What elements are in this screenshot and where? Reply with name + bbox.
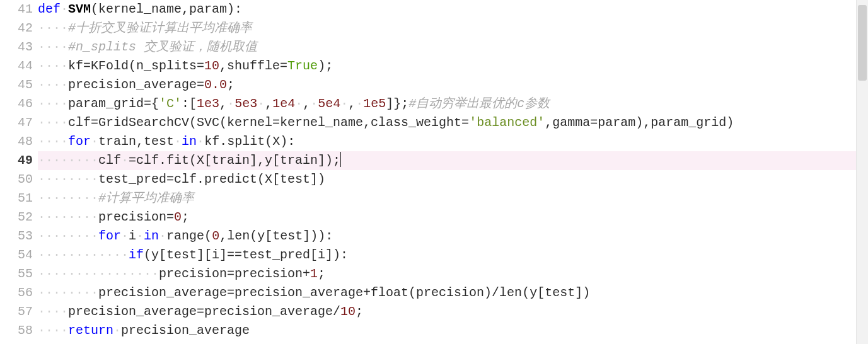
code-content[interactable]: ····#十折交叉验证计算出平均准确率 xyxy=(38,19,868,38)
code-token: · xyxy=(113,323,121,338)
code-content[interactable]: ····#n_splits 交叉验证，随机取值 xyxy=(38,38,868,57)
code-line[interactable]: 43····#n_splits 交叉验证，随机取值 xyxy=(0,38,868,57)
code-token: · xyxy=(310,96,318,111)
code-token: ········ xyxy=(38,191,98,205)
code-content[interactable]: ····for·train,test·in·kf.split(X): xyxy=(38,132,868,151)
code-token: , xyxy=(348,96,356,111)
code-token: (kernel_name,param): xyxy=(91,2,242,16)
code-content[interactable]: def·SVM(kernel_name,param): xyxy=(38,0,868,19)
code-token: ···· xyxy=(38,323,68,338)
code-content[interactable]: ····kf=KFold(n_splits=10,shuffle=True); xyxy=(38,57,868,76)
code-token: precision_average= xyxy=(68,77,204,92)
code-line[interactable]: 51········#计算平均准确率 xyxy=(0,189,868,208)
code-line[interactable]: 58····return·precision_average xyxy=(0,321,868,340)
line-number: 41 xyxy=(0,0,38,19)
code-token: SVM xyxy=(68,2,91,16)
code-line[interactable]: 55················precision=precision+1; xyxy=(0,265,868,284)
code-token: kf.split(X): xyxy=(204,134,295,149)
code-token: precision_average=precision_average/ xyxy=(68,304,340,319)
code-token: #自动穷举出最优的c参数 xyxy=(408,96,550,111)
code-token: ,len(y[test])): xyxy=(219,229,333,243)
line-number: 51 xyxy=(0,189,38,208)
code-content[interactable]: ················precision=precision+1; xyxy=(38,265,868,284)
code-token: · xyxy=(227,96,234,111)
code-line[interactable]: 41def·SVM(kernel_name,param): xyxy=(0,0,868,19)
code-token: · xyxy=(197,134,204,149)
code-token: clf xyxy=(98,153,121,168)
scrollbar-thumb[interactable] xyxy=(858,5,867,81)
line-number: 55 xyxy=(0,265,38,284)
code-line[interactable]: 49········clf·=clf.fit(X[train],y[train]… xyxy=(0,151,868,170)
code-token: i xyxy=(129,229,136,243)
code-token: test_pred=clf.predict(X[test]) xyxy=(98,172,325,186)
code-token: for xyxy=(68,134,91,149)
line-number: 50 xyxy=(0,170,38,189)
code-token: , xyxy=(265,96,272,111)
code-token: ]}; xyxy=(386,96,408,111)
code-token: 1e3 xyxy=(197,96,219,111)
code-line[interactable]: 54············if(y[test][i]==test_pred[i… xyxy=(0,246,868,265)
line-number: 57 xyxy=(0,302,38,321)
code-editor[interactable]: 41def·SVM(kernel_name,param):42····#十折交叉… xyxy=(0,0,868,344)
code-token: , xyxy=(219,96,227,111)
code-token: ···· xyxy=(38,21,68,35)
code-content[interactable]: ········precision_average=precision_aver… xyxy=(38,284,868,302)
code-line[interactable]: 52········precision=0; xyxy=(0,208,868,227)
code-token: ········ xyxy=(38,172,98,186)
code-token: 'balanced' xyxy=(469,115,545,130)
code-token: 1e4 xyxy=(272,96,295,111)
code-content[interactable]: ····precision_average=precision_average/… xyxy=(38,302,868,321)
code-token: ········ xyxy=(38,285,98,300)
code-line[interactable]: 42····#十折交叉验证计算出平均准确率 xyxy=(0,19,868,38)
code-token: · xyxy=(61,2,68,16)
code-content[interactable]: ····param_grid={'C':[1e3,·5e3·,1e4·,·5e4… xyxy=(38,95,868,113)
code-token: #n_splits 交叉验证，随机取值 xyxy=(68,40,257,54)
code-token: · xyxy=(340,96,348,111)
code-content[interactable]: ········clf·=clf.fit(X[train],y[train]); xyxy=(38,151,868,170)
code-token: , xyxy=(303,96,310,111)
code-token: precision= xyxy=(98,210,174,224)
code-line[interactable]: 44····kf=KFold(n_splits=10,shuffle=True)… xyxy=(0,57,868,76)
vertical-scrollbar[interactable] xyxy=(856,0,868,344)
code-line[interactable]: 47····clf=GridSearchCV(SVC(kernel=kernel… xyxy=(0,113,868,132)
code-line[interactable]: 45····precision_average=0.0; xyxy=(0,76,868,95)
code-content[interactable]: ········#计算平均准确率 xyxy=(38,189,868,208)
code-token: 5e3 xyxy=(234,96,257,111)
code-content[interactable]: ············if(y[test][i]==test_pred[i])… xyxy=(38,246,868,265)
code-token: ···· xyxy=(38,304,68,319)
code-token: ···· xyxy=(38,96,68,111)
code-content[interactable]: ········precision=0; xyxy=(38,208,868,227)
code-token: 0 xyxy=(212,229,219,243)
code-token: ········ xyxy=(38,153,98,168)
code-token: precision=precision+ xyxy=(159,267,310,281)
code-content[interactable]: ····clf=GridSearchCV(SVC(kernel=kernel_n… xyxy=(38,113,868,132)
code-token: 'C' xyxy=(159,96,182,111)
code-token: 10 xyxy=(340,304,356,319)
code-token: 10 xyxy=(204,59,219,73)
code-content[interactable]: ····return·precision_average xyxy=(38,321,868,340)
code-content[interactable]: ········test_pred=clf.predict(X[test]) xyxy=(38,170,868,189)
code-line[interactable]: 53········for·i·in·range(0,len(y[test]))… xyxy=(0,227,868,246)
code-token: 0 xyxy=(174,210,182,224)
code-line[interactable]: 46····param_grid={'C':[1e3,·5e3·,1e4·,·5… xyxy=(0,95,868,113)
code-token: if xyxy=(129,248,144,262)
line-number: 52 xyxy=(0,208,38,227)
code-token: ········ xyxy=(38,229,98,243)
code-content[interactable]: ········for·i·in·range(0,len(y[test])): xyxy=(38,227,868,246)
code-line[interactable]: 48····for·train,test·in·kf.split(X): xyxy=(0,132,868,151)
code-line[interactable]: 56········precision_average=precision_av… xyxy=(0,284,868,302)
code-content[interactable]: ····precision_average=0.0; xyxy=(38,76,868,95)
code-token: 0.0 xyxy=(204,77,227,92)
code-token: param_grid={ xyxy=(68,96,159,111)
line-number: 56 xyxy=(0,284,38,302)
code-line[interactable]: 50········test_pred=clf.predict(X[test]) xyxy=(0,170,868,189)
code-token: #计算平均准确率 xyxy=(98,191,194,205)
code-token: · xyxy=(257,96,265,111)
code-token: clf=GridSearchCV(SVC(kernel=kernel_name,… xyxy=(68,115,469,130)
code-token: precision_average xyxy=(121,323,250,338)
code-token: range( xyxy=(166,229,212,243)
code-line[interactable]: 57····precision_average=precision_averag… xyxy=(0,302,868,321)
code-token: 1e5 xyxy=(363,96,386,111)
code-token: def xyxy=(38,2,61,16)
code-token: ················ xyxy=(38,267,159,281)
